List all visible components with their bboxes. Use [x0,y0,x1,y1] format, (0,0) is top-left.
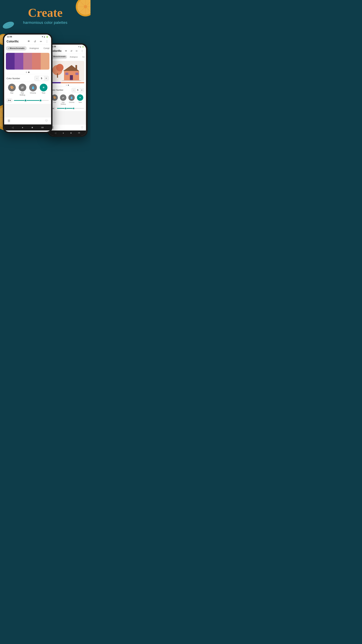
progress-bar-2 [50,82,84,83]
recents-btn-1[interactable]: ■ [31,126,33,129]
chevron-down-icon-1: ▾ [10,99,11,102]
app-bar-2: Colorific 👁 ↺ ✏ ⋮ [49,48,86,54]
number-control-2: - 5 + [71,88,84,92]
battery-icon-1: 🔋 [46,36,48,38]
palette-indicator-2 [49,84,86,86]
eye-icon-1[interactable]: 👁 [27,40,31,43]
svg-point-21 [56,64,63,71]
slider-track-2[interactable] [57,108,84,109]
heart-icon-2[interactable]: ♡ [81,126,83,129]
keyboard-btn-2[interactable]: ⌨ [78,132,80,134]
status-icons-1: ▾ ▲ 🔋 [42,36,48,38]
status-bar-2: 11:59 ▾ ▲ 🔋 [49,44,86,48]
hue-shifting-circle-1: ⇄ [18,84,26,92]
color-number-row-1: Color Number - 5 + [4,74,51,82]
svg-rect-22 [57,74,58,78]
mode-hue-shifting-2[interactable]: ⇄ HueShifting [60,94,66,105]
refresh-icon-1[interactable]: ↺ [33,40,37,43]
number-value-1: 5 [39,77,44,80]
slider-thumb-start-1[interactable] [24,99,27,102]
mode-tone-2[interactable]: ☀ Tone [77,94,83,105]
dot-1 [26,72,27,73]
wifi-icon-1: ▾ [42,36,43,38]
slider-type-btn-1[interactable]: /• ▾ [6,98,12,102]
tab-analogous-1[interactable]: Analogous [27,46,41,50]
phone-screen-2: 11:59 ▾ ▲ 🔋 Colorific 👁 ↺ ✏ ⋮ Mo [49,44,86,136]
number-plus-1[interactable]: + [44,76,49,81]
tab-bar-1: Monochromatic Analogous Complem... [4,45,51,52]
color-strip-3 [23,53,32,70]
phone-mockup-1: 11:58 ▾ ▲ 🔋 Colorific 👁 ↺ ✏ ⋮ Mo [3,33,52,133]
refresh-icon-2[interactable]: ↺ [69,49,73,53]
home-btn-2[interactable]: ● [63,132,64,134]
gray-area-1 [4,104,51,117]
hue-shifting-label-2: HueShifting [61,102,66,105]
mode-hue-shifting-1[interactable]: ⇄ HueShifting [18,84,26,96]
bottom-nav-1: ☰ ♡ [4,117,51,124]
signal-icon-2: ▲ [80,46,81,48]
svg-rect-27 [75,72,78,75]
chevron-down-icon-2: ▾ [53,108,54,109]
more-icon-1[interactable]: ⋮ [45,40,49,43]
chroma-circle-1: 💧 [29,84,37,92]
hue-shifting-label-1: HueShifting [19,92,25,96]
slider-row-1: /• ▾ [4,97,51,104]
mode-tone-1[interactable]: ☀ Tone [40,84,47,96]
slider-thumb-start-2[interactable] [64,107,66,109]
eye-icon-2[interactable]: 👁 [64,49,68,53]
slider-thumb-end-2[interactable] [72,107,75,109]
more-icon-2[interactable]: ⋮ [80,49,84,53]
color-strip-2 [14,53,23,70]
main-subtitle: harmonious color palettes [3,20,87,25]
app-bar-icons-2: 👁 ↺ ✏ ⋮ [64,49,84,53]
gray-area-2 [49,111,86,124]
header: Create harmonious color palettes [0,0,90,30]
tab-complementary-2[interactable]: Complem... [80,55,85,59]
list-icon-1[interactable]: ☰ [7,119,10,123]
tab-complementary-1[interactable]: Complem... [41,46,49,50]
mode-hue-1[interactable]: 🎨 Hue [8,84,16,96]
recents-btn-2[interactable]: ■ [70,132,71,134]
status-time-1: 11:58 [7,36,12,38]
svg-rect-26 [65,72,68,75]
mode-chroma-1[interactable]: 💧 Chroma [29,84,37,96]
heart-icon-1[interactable]: ♡ [45,119,48,123]
progress-peach-2 [61,82,84,83]
mode-chroma-2[interactable]: 💧 Chroma [68,94,75,105]
app-bar-1: Colorific 👁 ↺ ✏ ⋮ [4,38,51,45]
chroma-label-1: Chroma [30,92,36,94]
color-palette-1 [6,53,49,70]
back-btn-1[interactable]: ◁ [12,126,13,129]
color-strip-5 [41,53,49,70]
phones-showcase: 11:58 ▾ ▲ 🔋 Colorific 👁 ↺ ✏ ⋮ Mo [0,30,90,140]
number-plus-2[interactable]: + [80,88,84,92]
pencil-icon-1[interactable]: ✏ [39,40,43,43]
slider-fill-1 [14,100,40,101]
battery-icon-2: 🔋 [82,46,84,48]
slider-track-1[interactable] [14,100,49,101]
main-title: Create [3,7,87,19]
number-minus-1[interactable]: - [34,76,39,81]
keyboard-btn-1[interactable]: ⌨ [41,126,43,128]
pencil-icon-2[interactable]: ✏ [75,49,79,53]
hue-label-2: Hue [53,102,56,103]
mode-buttons-1: 🎨 Hue ⇄ HueShifting 💧 Chroma ☀ Tone [4,82,51,97]
tab-monochromatic-2[interactable]: Monochromatic [50,55,67,59]
home-btn-1[interactable]: ● [22,126,23,129]
number-control-1: - 5 + [34,76,49,81]
status-bar-1: 11:58 ▾ ▲ 🔋 [4,34,51,38]
hue-shifting-circle-2: ⇄ [60,94,66,101]
dot-2-1 [66,85,67,86]
tone-label-2: Tone [78,102,82,103]
slider-thumb-end-1[interactable] [39,99,42,102]
phone-screen-1: 11:58 ▾ ▲ 🔋 Colorific 👁 ↺ ✏ ⋮ Mo [4,34,51,132]
mode-buttons-2: 🎨 Hue ⇄ HueShifting 💧 Chroma ☀ Tone [49,93,86,106]
chroma-circle-2: 💧 [68,94,75,101]
svg-rect-25 [70,75,73,80]
tab-analogous-2[interactable]: Analogous [68,55,80,59]
number-minus-2[interactable]: - [72,88,76,92]
tab-monochromatic-1[interactable]: Monochromatic [6,46,27,50]
tone-label-1: Tone [42,92,45,94]
dot-2 [28,72,29,73]
back-btn-2[interactable]: ◁ [55,132,56,134]
